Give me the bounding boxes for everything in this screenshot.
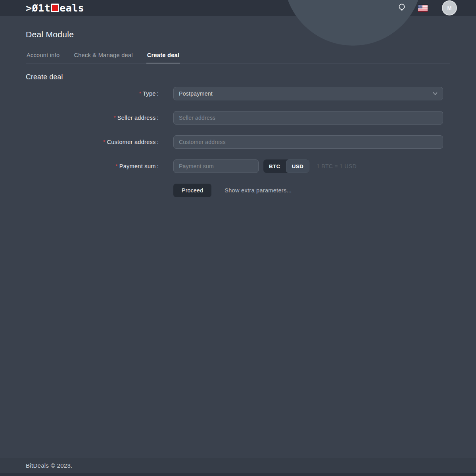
logo-text-prefix: >Ø1t [26, 3, 50, 13]
us-flag-icon[interactable] [418, 5, 428, 12]
tab-check-manage-deal[interactable]: Check & Manage deal [73, 52, 133, 63]
type-label: *Type: [26, 87, 159, 101]
logo-text-suffix: eals [60, 3, 84, 13]
section-title: Create deal [26, 73, 450, 81]
customer-address-input[interactable] [173, 135, 443, 149]
required-asterisk: * [113, 115, 115, 121]
show-extra-parameters-link[interactable]: Show extra parameters... [225, 187, 292, 194]
create-deal-form: *Type: Postpayment *Seller address: *Cus… [26, 87, 450, 197]
app-header: >Ø1tDeals [0, 0, 476, 16]
header-actions: M [397, 0, 457, 16]
logo-d-square: D [51, 4, 59, 12]
customer-address-row: *Customer address: [26, 135, 450, 149]
currency-toggle: BTC USD [263, 159, 309, 173]
chevron-down-icon [432, 91, 438, 96]
app-logo[interactable]: >Ø1tDeals [26, 3, 84, 13]
app-body: Deal Module Account info Check & Manage … [0, 16, 476, 473]
seller-address-input[interactable] [173, 111, 443, 125]
exchange-rate-text: 1 BTC = 1 USD [317, 159, 357, 173]
customer-address-label: *Customer address: [26, 135, 159, 149]
lightbulb-icon[interactable] [397, 3, 406, 13]
app-footer: BitDeals © 2023. [0, 458, 476, 473]
required-asterisk: * [103, 139, 105, 145]
payment-sum-input[interactable] [173, 159, 259, 173]
payment-sum-label: *Payment sum: [26, 159, 159, 173]
tab-bar: Account info Check & Manage deal Create … [26, 52, 450, 63]
seller-address-label: *Seller address: [26, 111, 159, 125]
footer-copyright: BitDeals © 2023. [26, 462, 73, 469]
type-row: *Type: Postpayment [26, 87, 450, 101]
form-actions: Proceed Show extra parameters... [173, 184, 450, 197]
payment-sum-row: *Payment sum: BTC USD 1 BTC = 1 USD [26, 159, 450, 173]
currency-option-btc[interactable]: BTC [263, 159, 286, 173]
tab-account-info[interactable]: Account info [26, 52, 60, 63]
avatar-letter: M [447, 5, 451, 11]
currency-option-usd[interactable]: USD [286, 159, 309, 173]
avatar[interactable]: M [442, 0, 457, 15]
type-select-value: Postpayment [179, 90, 213, 97]
required-asterisk: * [139, 90, 141, 96]
proceed-button[interactable]: Proceed [173, 184, 211, 197]
tab-create-deal[interactable]: Create deal [146, 52, 180, 63]
type-select[interactable]: Postpayment [173, 87, 443, 100]
main-content: Deal Module Account info Check & Manage … [0, 16, 476, 197]
seller-address-row: *Seller address: [26, 111, 450, 125]
required-asterisk: * [115, 163, 117, 169]
